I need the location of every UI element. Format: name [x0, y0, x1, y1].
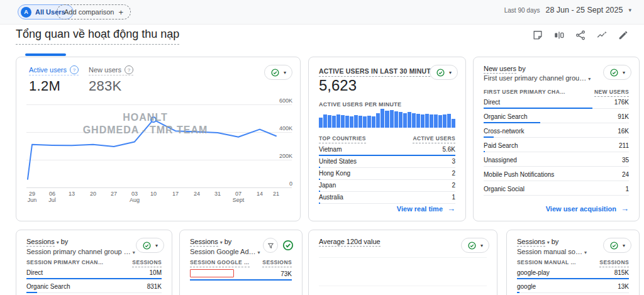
row-bar-track: [484, 165, 629, 167]
row-value: 831K: [147, 283, 162, 290]
row-bar: [190, 279, 292, 281]
row-value: 13K: [618, 283, 629, 290]
analytics-dashboard: A All Users Add comparison + Last 90 day…: [0, 0, 644, 295]
table-row[interactable]: United States3: [319, 156, 455, 168]
edit-icon[interactable]: [618, 30, 629, 41]
row-value: 1: [452, 194, 455, 201]
row-bar-track: [190, 279, 292, 281]
metric-selector[interactable]: Sessions▾ by: [190, 237, 260, 247]
table-row[interactable]: Paid Search211: [484, 138, 629, 152]
row-label: google-play: [517, 269, 550, 276]
x-axis-tick: 29 Jun: [28, 191, 37, 203]
card-title: New users by First user primary channel …: [484, 64, 591, 84]
share-icon[interactable]: [575, 30, 586, 41]
row-bar: [26, 278, 162, 279]
table-header: TOP COUNTRIES ACTIVE USERS: [319, 135, 455, 143]
status-pill[interactable]: ▾: [461, 238, 489, 253]
view-user-acquisition-link[interactable]: View user acquisition→: [546, 204, 629, 213]
status-pill[interactable]: ▾: [264, 65, 292, 80]
tab-new-users[interactable]: New users? 283K: [89, 65, 133, 94]
minute-bar: [394, 111, 398, 128]
x-axis-tick: 31: [214, 191, 221, 197]
status-pill[interactable]: ▾: [603, 238, 631, 253]
minute-bar: [328, 115, 331, 128]
table-row[interactable]: google-play815K: [517, 265, 629, 279]
minute-bar: [399, 112, 402, 128]
table-row[interactable]: Unassigned35: [484, 152, 629, 167]
table-row[interactable]: Direct176K: [484, 94, 629, 109]
row-value: 24: [622, 171, 629, 178]
new-users-value: 283K: [89, 78, 133, 94]
sessions-table: Direct10MOrganic Search831K: [26, 265, 162, 293]
chevron-down-icon: ▾: [480, 243, 483, 248]
row-value: 3: [452, 158, 455, 165]
table-row[interactable]: Organic Social1: [484, 181, 629, 196]
check-circle-icon[interactable]: [282, 239, 294, 252]
filter-icon[interactable]: [263, 238, 278, 253]
dimension-selector[interactable]: First user primary channel grou…▾: [484, 74, 591, 84]
table-row[interactable]: 73K: [190, 267, 292, 281]
metric-selector[interactable]: Sessions▾ by: [517, 237, 587, 247]
help-icon[interactable]: ?: [70, 65, 79, 74]
dimension-selector[interactable]: Session primary channel group …▾: [26, 247, 135, 257]
row-bar: [484, 122, 540, 123]
row-label: Paid Search: [484, 142, 518, 149]
chevron-down-icon: ▾: [628, 7, 631, 13]
row-bar: [319, 203, 320, 204]
tab-label: Active users: [29, 66, 67, 74]
row-bar-track: [319, 155, 455, 156]
table-row[interactable]: Cross-network16K: [484, 123, 629, 138]
table-row[interactable]: Japan2: [319, 180, 455, 192]
dimension-selector[interactable]: Session manual so…▾: [517, 247, 587, 257]
status-pill[interactable]: ▾: [430, 65, 458, 80]
card-sessions-manual-source: Sessions▾ by Session manual so…▾ ▾ SESSI…: [506, 230, 640, 295]
status-pill[interactable]: ▾: [603, 65, 631, 80]
card-title: Sessions▾ by Session Google Ad…▾: [190, 237, 260, 257]
row-value: 91K: [618, 113, 629, 120]
x-axis-tick: 14: [257, 191, 263, 197]
minute-bar: [367, 116, 371, 128]
minute-bar: [336, 114, 340, 128]
card-sessions-google-ads: Sessions▾ by Session Google Ad…▾ SESSION…: [179, 230, 303, 295]
table-row[interactable]: Vietnam5.6K: [319, 144, 455, 156]
insights-icon[interactable]: [596, 30, 608, 41]
check-circle-icon: [609, 241, 619, 250]
x-axis-tick: 03 Aug: [130, 191, 140, 203]
minute-bar: [358, 116, 362, 128]
date-range-picker[interactable]: Last 90 days 28 Jun - 25 Sept 2025 ▾: [504, 6, 631, 14]
tab-active-users[interactable]: Active users? 1.2M: [29, 65, 79, 94]
peak-marker[interactable]: [151, 117, 156, 122]
tab-label: New users: [89, 66, 121, 74]
row-bar: [319, 191, 320, 192]
table-row[interactable]: Organic Search91K: [484, 109, 629, 123]
add-comparison-chip[interactable]: Add comparison +: [57, 4, 131, 19]
note-icon[interactable]: [532, 30, 543, 41]
chevron-down-icon: ▾: [133, 250, 135, 255]
minute-bar: [332, 116, 336, 128]
table-row[interactable]: Mobile Push Notifications24: [484, 167, 629, 181]
status-pill[interactable]: ▾: [136, 238, 164, 253]
table-row[interactable]: Organic Search831K: [26, 279, 162, 293]
table-row[interactable]: Direct10M: [26, 265, 162, 279]
date-range-value: 28 Jun - 25 Sept 2025: [545, 6, 623, 14]
help-icon[interactable]: ?: [125, 65, 133, 74]
minute-bar: [408, 112, 411, 128]
row-bar: [319, 167, 320, 168]
dimension-selector[interactable]: Session Google Ad…▾: [190, 247, 260, 257]
chevron-down-icon: ▾: [258, 250, 260, 255]
metric-selector[interactable]: Sessions▾ by: [26, 237, 135, 247]
manual-source-table: google-play815Kgoogle13K: [517, 265, 629, 293]
row-bar-track: [484, 108, 629, 109]
ab-compare-icon[interactable]: [553, 30, 565, 41]
table-row[interactable]: Australia1: [319, 192, 455, 204]
x-axis-tick: 17: [172, 191, 179, 197]
carousel-scroll-indicator[interactable]: [25, 53, 66, 56]
table-row[interactable]: google13K: [517, 279, 629, 293]
minute-bar: [447, 114, 451, 128]
row-bar-track: [319, 167, 455, 168]
chevron-down-icon: ▾: [588, 76, 591, 82]
realtime-users-value: 5,623: [319, 77, 357, 94]
table-row[interactable]: Hong Kong2: [319, 168, 455, 180]
minute-bar: [390, 110, 394, 128]
view-real-time-link[interactable]: View real time→: [397, 204, 455, 213]
